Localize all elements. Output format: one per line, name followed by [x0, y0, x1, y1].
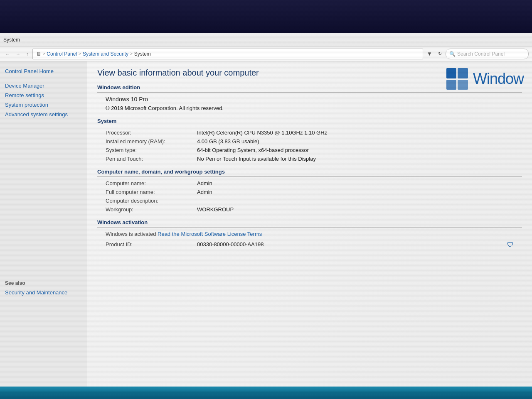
flag-pane-3 [446, 80, 457, 90]
forward-button[interactable]: → [14, 50, 22, 58]
copyright-row: © 2019 Microsoft Corporation. All rights… [97, 105, 522, 111]
breadcrumb-sep-1: > [79, 51, 81, 56]
sidebar-remote-settings[interactable]: Remote settings [0, 91, 87, 100]
pen-touch-value: No Pen or Touch Input is available for t… [197, 156, 316, 162]
back-button[interactable]: ← [3, 50, 12, 58]
processor-label: Processor: [106, 130, 197, 136]
refresh-button[interactable]: ↻ [436, 50, 444, 58]
search-box[interactable]: 🔍 Search Control Panel [446, 49, 529, 59]
window-titlebar: System [0, 33, 532, 47]
computer-desc-row: Computer description: [97, 198, 522, 204]
see-also-label: See also [0, 277, 87, 288]
computer-name-label: Computer name: [106, 180, 197, 186]
workgroup-value: WORKGROUP [197, 206, 234, 213]
breadcrumb-system-security[interactable]: System and Security [83, 51, 128, 57]
shield-activate-icon: 🛡 [507, 241, 522, 249]
ram-label: Installed memory (RAM): [106, 138, 197, 144]
processor-row: Processor: Intel(R) Celeron(R) CPU N3350… [97, 130, 522, 136]
full-computer-name-row: Full computer name: Admin [97, 189, 522, 195]
system-type-row: System type: 64-bit Operating System, x6… [97, 147, 522, 153]
sidebar-device-manager[interactable]: Device Manager [0, 81, 87, 91]
content-panel: Window View basic information about your… [87, 61, 532, 387]
computer-name-row: Computer name: Admin [97, 180, 522, 186]
sidebar-system-protection[interactable]: System protection [0, 100, 87, 110]
computer-desc-label: Computer description: [106, 198, 197, 204]
search-icon: 🔍 [449, 51, 456, 57]
sidebar-advanced-settings[interactable]: Advanced system settings [0, 110, 87, 119]
address-bar: ← → ↑ 🖥 > Control Panel > System and Sec… [0, 47, 532, 61]
product-id-row: Product ID: 00330-80000-00000-AA198 🛡 [97, 241, 522, 249]
workgroup-label: Workgroup: [106, 206, 197, 213]
windows-logo-area: Window [446, 68, 532, 90]
pen-touch-row: Pen and Touch: No Pen or Touch Input is … [97, 156, 522, 162]
activation-status-row: Windows is activated Read the Microsoft … [97, 231, 522, 239]
sidebar: Control Panel Home Device Manager Remote… [0, 61, 87, 387]
ram-row: Installed memory (RAM): 4.00 GB (3.83 GB… [97, 138, 522, 144]
edition-row: Windows 10 Pro [97, 96, 522, 103]
sidebar-security-maintenance[interactable]: Security and Maintenance [0, 288, 87, 297]
system-type-value: 64-bit Operating System, x64-based proce… [197, 147, 309, 153]
section-header-activation: Windows activation [97, 219, 522, 228]
activation-license-link[interactable]: Read the Microsoft Software License Term… [158, 231, 262, 239]
search-placeholder: Search Control Panel [457, 51, 505, 57]
flag-pane-2 [458, 68, 468, 78]
full-computer-name-value: Admin [197, 189, 212, 195]
breadcrumb-sep-0: > [43, 51, 45, 56]
up-button[interactable]: ↑ [24, 50, 31, 58]
edition-value: Windows 10 Pro [106, 96, 148, 103]
breadcrumb-control-panel[interactable]: Control Panel [47, 51, 77, 57]
full-computer-name-label: Full computer name: [106, 189, 197, 195]
window-title: System [3, 37, 20, 43]
breadcrumb-current: System [134, 51, 151, 57]
windows-flag-icon [446, 68, 468, 90]
processor-value: Intel(R) Celeron(R) CPU N3350 @ 1.10GHz … [197, 130, 327, 136]
desktop-area [0, 0, 532, 33]
sidebar-control-panel-home[interactable]: Control Panel Home [0, 66, 87, 76]
copyright-value: © 2019 Microsoft Corporation. All rights… [106, 105, 224, 111]
computer-name-value: Admin [197, 180, 212, 186]
breadcrumb-icon: 🖥 [36, 51, 41, 57]
windows-text: Window [473, 70, 524, 88]
section-header-system: System [97, 118, 522, 126]
system-type-label: System type: [106, 147, 197, 153]
taskbar[interactable] [0, 387, 532, 399]
activation-status-text: Windows is activated [106, 231, 156, 237]
breadcrumb-sep-2: > [130, 51, 133, 56]
section-header-computer-name: Computer name, domain, and workgroup set… [97, 169, 522, 177]
workgroup-row: Workgroup: WORKGROUP [97, 206, 522, 213]
breadcrumb: 🖥 > Control Panel > System and Security … [32, 49, 423, 59]
pen-touch-label: Pen and Touch: [106, 156, 197, 162]
address-dropdown-button[interactable]: ▼ [425, 49, 434, 58]
product-id-value: 00330-80000-00000-AA198 [197, 241, 264, 249]
flag-pane-4 [458, 80, 468, 90]
product-id-label: Product ID: [106, 241, 197, 249]
ram-value: 4.00 GB (3.83 GB usable) [197, 138, 259, 144]
flag-pane-1 [446, 68, 457, 78]
main-area: Control Panel Home Device Manager Remote… [0, 61, 532, 387]
